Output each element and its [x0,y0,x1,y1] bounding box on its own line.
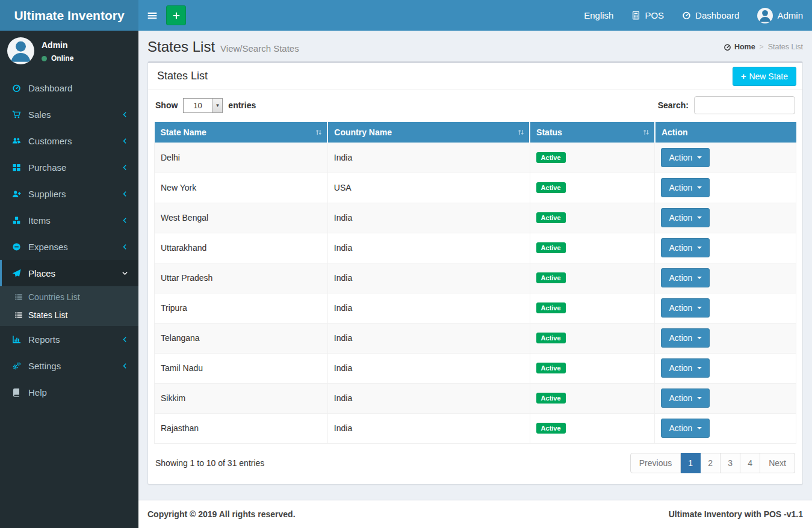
cubes-icon [11,216,22,225]
sidebar-item-label: Items [28,215,51,226]
country-name-cell: India [327,293,530,323]
table-body: DelhiIndiaActiveActionNew YorkUSAActiveA… [155,143,796,443]
sidebar-submenu-places: Countries ListStates List [0,286,138,326]
action-cell: Action [655,173,796,203]
action-cell: Action [655,413,796,443]
row-action-button[interactable]: Action [661,238,710,257]
status-cell: Active [530,263,655,293]
row-action-button[interactable]: Action [661,358,710,378]
row-action-button-label: Action [669,213,692,223]
row-action-button-label: Action [669,423,692,433]
sidebar-item-label: Expenses [28,242,68,252]
user-plus-icon [11,189,22,198]
sidebar-item-purchase[interactable]: Purchase [0,154,138,180]
sidebar-item-help[interactable]: Help [0,379,138,405]
chevron-left-icon [119,363,130,369]
country-name-cell: USA [327,173,530,203]
country-name-cell: India [327,383,530,413]
sidebar: Admin Online DashboardSalesCustomersPurc… [0,31,138,528]
navbar: English POS Dashboard Admin [138,0,812,31]
footer-copyright: Copyright © 2019 All rights reserved. [147,509,296,519]
breadcrumb-home[interactable]: Home [724,43,755,51]
state-name-cell: Delhi [155,143,328,173]
pagination-page-3[interactable]: 3 [721,453,740,473]
sidebar-item-reports[interactable]: Reports [0,326,138,352]
row-action-button[interactable]: Action [661,208,710,227]
sidebar-item-dashboard[interactable]: Dashboard [0,75,138,101]
page-footer: Copyright © 2019 All rights reserved. Ul… [138,500,812,528]
caret-down-icon [697,337,702,339]
sort-icon [517,129,525,137]
panel-header: States List +New State [148,63,802,90]
quick-add-button[interactable] [166,5,186,25]
row-action-button[interactable]: Action [661,419,710,438]
sidebar-user-name: Admin [42,40,73,50]
row-action-button[interactable]: Action [661,328,710,348]
sidebar-toggle-button[interactable] [138,0,166,31]
brand-logo[interactable]: Ultimate Inventory [0,0,138,31]
state-name-cell: Tripura [155,293,328,323]
status-badge: Active [536,363,566,373]
column-header-country-name[interactable]: Country Name [327,122,530,143]
pagination-page-4[interactable]: 4 [740,453,760,473]
sidebar-user-status-label: Online [51,54,73,63]
sidebar-item-suppliers[interactable]: Suppliers [0,180,138,207]
sidebar-user-avatar [7,37,34,64]
list-icon [14,293,23,301]
breadcrumb-current: States List [768,43,803,51]
pagination: Previous1234Next [630,453,795,473]
column-header-label: Status [536,127,562,137]
search-input[interactable] [694,96,795,114]
status-cell: Active [530,173,655,203]
pagination-next[interactable]: Next [760,453,795,473]
nav-pos[interactable]: POS [622,0,673,31]
sidebar-item-settings[interactable]: Settings [0,352,138,379]
sidebar-item-items[interactable]: Items [0,207,138,233]
new-state-button-label: New State [749,72,788,81]
nav-user-menu[interactable]: Admin [748,0,812,31]
row-action-button[interactable]: Action [661,148,710,167]
pagination-page-2[interactable]: 2 [701,453,721,473]
nav-language[interactable]: English [575,0,622,31]
page-length-select[interactable]: 10 ▼ [183,98,223,113]
speedometer-icon [11,84,22,93]
action-cell: Action [655,203,796,233]
nav-dashboard[interactable]: Dashboard [673,0,748,31]
footer-version: Ultimate Inventory with POS -v1.1 [669,509,803,519]
cart-icon [11,110,22,119]
column-header-action: Action [655,122,796,143]
row-action-button[interactable]: Action [661,298,710,318]
column-header-status[interactable]: Status [530,122,655,143]
pagination-page-1[interactable]: 1 [681,453,701,473]
chevron-left-icon [119,138,130,144]
column-header-state-name[interactable]: State Name [155,122,328,143]
sidebar-subitem-countries-list[interactable]: Countries List [0,288,138,306]
gears-icon [11,361,22,370]
column-header-label: Country Name [334,127,392,137]
caret-down-icon [697,427,702,429]
state-name-cell: Sikkim [155,383,328,413]
row-action-button[interactable]: Action [661,178,710,197]
breadcrumb-separator: > [760,43,764,51]
country-name-cell: India [327,203,530,233]
sidebar-subitem-states-list[interactable]: States List [0,306,138,324]
sidebar-subitem-label: Countries List [28,292,80,302]
row-action-button[interactable]: Action [661,388,710,408]
row-action-button[interactable]: Action [661,268,710,287]
status-badge: Active [536,182,566,193]
app-root: Ultimate Inventory English POS Dashboard… [0,0,812,528]
sidebar-item-sales[interactable]: Sales [0,101,138,127]
table-row: TelanganaIndiaActiveAction [155,323,796,353]
minus-circle-icon [11,242,22,251]
sidebar-user-status[interactable]: Online [42,54,73,63]
sidebar-item-places[interactable]: Places [0,260,138,286]
action-cell: Action [655,353,796,383]
sidebar-item-expenses[interactable]: Expenses [0,233,138,260]
new-state-button[interactable]: +New State [733,67,796,86]
row-action-button-label: Action [669,393,692,403]
chevron-left-icon [119,244,130,250]
pagination-previous[interactable]: Previous [630,453,681,473]
sidebar-subitem-label: States List [28,310,67,320]
sidebar-item-customers[interactable]: Customers [0,127,138,154]
grid-icon [11,163,22,172]
